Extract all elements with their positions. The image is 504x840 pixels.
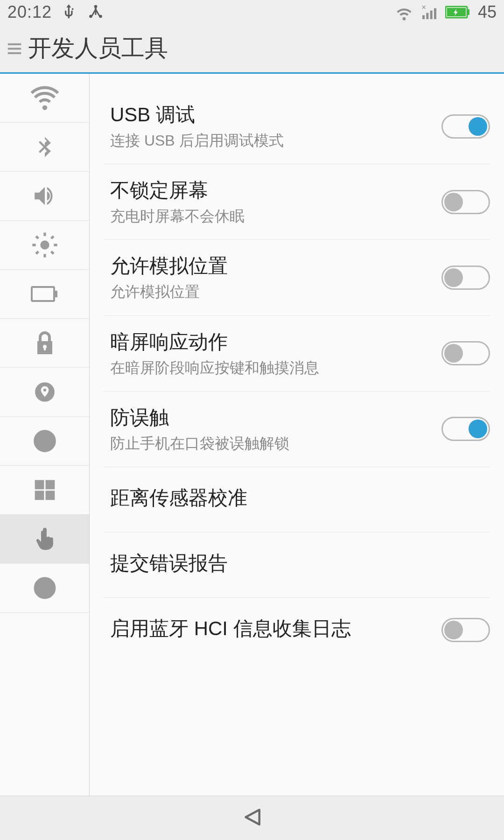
- sidebar-info[interactable]: [0, 564, 89, 613]
- toggle-bluetooth-hci[interactable]: [441, 618, 490, 642]
- setting-stay-awake[interactable]: 不锁定屏幕 充电时屏幕不会休眠: [104, 164, 490, 239]
- svg-rect-7: [434, 8, 436, 19]
- svg-rect-25: [47, 481, 54, 488]
- menu-icon[interactable]: [6, 40, 23, 57]
- svg-rect-16: [55, 291, 57, 297]
- usb-icon: [60, 3, 79, 21]
- svg-rect-11: [8, 43, 21, 45]
- back-button[interactable]: [239, 805, 265, 832]
- status-bar: 20:12 × 45: [0, 0, 504, 24]
- setting-sub: 在暗屏阶段响应按键和触摸消息: [110, 358, 432, 378]
- sidebar-apps[interactable]: [0, 466, 89, 515]
- sidebar-brightness[interactable]: [0, 221, 89, 270]
- toggle-stay-awake[interactable]: [441, 190, 490, 214]
- svg-rect-12: [8, 48, 21, 49]
- status-time: 20:12: [7, 2, 52, 22]
- settings-list: USB 调试 连接 USB 后启用调试模式 不锁定屏幕 充电时屏幕不会休眠 允许…: [90, 74, 504, 796]
- setting-title: 启用蓝牙 HCI 信息收集日志: [110, 616, 432, 642]
- svg-rect-9: [467, 9, 469, 15]
- svg-rect-6: [430, 11, 433, 19]
- content-area: USB 调试 连接 USB 后启用调试模式 不锁定屏幕 充电时屏幕不会休眠 允许…: [0, 74, 504, 796]
- signal-icon: ×: [420, 3, 439, 21]
- svg-rect-26: [36, 492, 43, 499]
- setting-sub: 充电时屏幕不会休眠: [110, 206, 432, 226]
- svg-rect-19: [44, 347, 46, 350]
- svg-text:×: ×: [421, 3, 426, 12]
- svg-rect-15: [32, 287, 54, 301]
- setting-title: USB 调试: [110, 102, 432, 128]
- sidebar-bluetooth[interactable]: [0, 123, 89, 172]
- setting-title: 不锁定屏幕: [110, 177, 432, 203]
- page-title: 开发人员工具: [28, 33, 168, 64]
- setting-bug-report[interactable]: 提交错误报告: [104, 532, 490, 597]
- setting-sub: 防止手机在口袋被误触解锁: [110, 434, 432, 454]
- toggle-dark-screen[interactable]: [441, 341, 490, 365]
- setting-usb-debug[interactable]: USB 调试 连接 USB 后启用调试模式: [90, 74, 504, 164]
- toggle-mock-location[interactable]: [441, 266, 490, 290]
- system-navbar: [0, 796, 504, 840]
- setting-sub: 允许模拟位置: [110, 282, 432, 302]
- setting-bluetooth-hci[interactable]: 启用蓝牙 HCI 信息收集日志: [104, 597, 490, 663]
- svg-point-21: [43, 389, 46, 392]
- setting-title: 允许模拟位置: [110, 253, 432, 279]
- sidebar-globe[interactable]: [0, 417, 89, 466]
- app-header: 开发人员工具: [0, 24, 504, 74]
- wifi-icon: [395, 3, 413, 21]
- battery-icon: [445, 5, 471, 19]
- sidebar-lock[interactable]: [0, 319, 89, 368]
- svg-rect-4: [422, 15, 425, 19]
- setting-proximity-calibration[interactable]: 距离传感器校准: [104, 467, 490, 532]
- svg-rect-13: [8, 52, 21, 54]
- toggle-pocket-touch[interactable]: [441, 417, 490, 441]
- sidebar-wifi[interactable]: [0, 74, 89, 123]
- toggle-usb-debug[interactable]: [441, 114, 490, 139]
- setting-title: 暗屏响应动作: [110, 329, 432, 355]
- setting-title: 提交错误报告: [110, 550, 481, 576]
- sidebar-location[interactable]: [0, 368, 89, 417]
- sidebar: [0, 74, 90, 796]
- svg-point-29: [43, 582, 46, 585]
- svg-rect-27: [47, 492, 54, 499]
- setting-pocket-touch[interactable]: 防误触 防止手机在口袋被误触解锁: [104, 391, 490, 467]
- status-battery-level: 45: [478, 2, 497, 22]
- setting-title: 距离传感器校准: [110, 485, 481, 511]
- sidebar-sound[interactable]: [0, 172, 89, 221]
- setting-dark-screen-response[interactable]: 暗屏响应动作 在暗屏阶段响应按键和触摸消息: [104, 315, 490, 391]
- svg-rect-5: [426, 13, 428, 19]
- setting-title: 防误触: [110, 405, 432, 431]
- sidebar-battery[interactable]: [0, 270, 89, 319]
- setting-mock-location[interactable]: 允许模拟位置 允许模拟位置: [104, 239, 490, 315]
- setting-sub: 连接 USB 后启用调试模式: [110, 131, 432, 151]
- svg-point-14: [40, 240, 49, 249]
- svg-rect-24: [36, 481, 43, 488]
- share-icon: [87, 4, 104, 21]
- sidebar-touch[interactable]: [0, 515, 89, 564]
